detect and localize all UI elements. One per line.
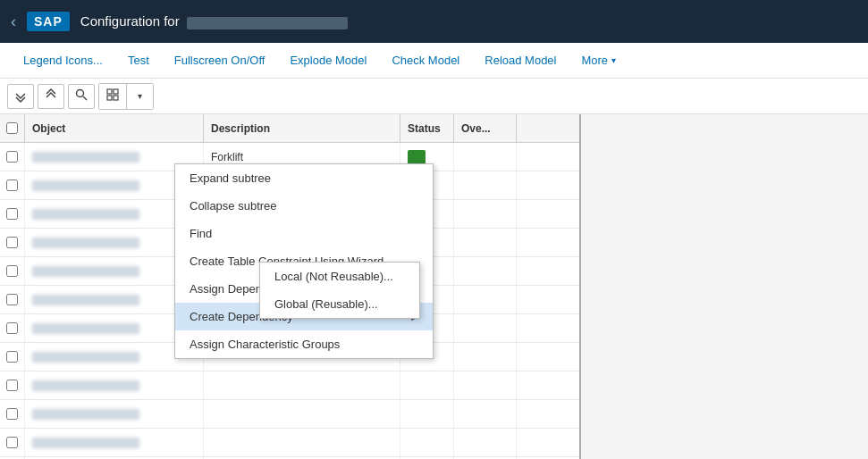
td-over (454, 171, 517, 199)
submenu-local[interactable]: Local (Not Reusable)... (260, 263, 419, 290)
chevron-down-icon: ▾ (138, 91, 142, 101)
sap-logo: SAP (27, 12, 70, 31)
nav-explode-model[interactable]: Explode Model (277, 43, 379, 79)
table-row (0, 371, 579, 400)
header-title-value (187, 17, 348, 29)
td-status (400, 400, 454, 428)
right-panel (581, 114, 868, 459)
td-checkbox (0, 143, 25, 171)
row-checkbox[interactable] (6, 179, 18, 191)
submenu-global[interactable]: Global (Reusable)... (260, 290, 419, 318)
td-over (454, 343, 517, 371)
icon-toolbar: ▾ (0, 79, 868, 114)
header: ‹ SAP Configuration for (0, 0, 868, 43)
svg-rect-4 (107, 96, 112, 100)
td-over (454, 286, 517, 313)
td-object (25, 400, 204, 428)
td-object (25, 429, 204, 456)
td-status (400, 371, 454, 399)
row-checkbox[interactable] (6, 151, 18, 163)
table-header: Object Description Status Ove... (0, 114, 579, 143)
svg-rect-5 (114, 96, 118, 100)
row-checkbox[interactable] (6, 208, 18, 220)
table-row (0, 429, 579, 457)
row-checkbox[interactable] (6, 351, 18, 363)
nav-check-model[interactable]: Check Model (379, 43, 472, 79)
select-all-checkbox[interactable] (6, 122, 18, 134)
row-checkbox[interactable] (6, 294, 18, 305)
collapse-all-icon (44, 88, 58, 104)
menu-assign-characteristic-groups[interactable]: Assign Characteristic Groups (175, 330, 433, 358)
expand-all-icon (13, 89, 28, 104)
grid-dropdown-button[interactable]: ▾ (126, 84, 153, 109)
td-description (204, 371, 400, 399)
find-button[interactable] (68, 84, 95, 109)
th-status: Status (400, 114, 454, 142)
find-icon (74, 88, 88, 104)
th-checkbox (0, 114, 25, 142)
th-object: Object (25, 114, 204, 142)
row-checkbox[interactable] (6, 322, 18, 334)
svg-line-1 (83, 96, 87, 100)
menu-find[interactable]: Find (175, 220, 433, 247)
header-title: Configuration for (80, 13, 348, 29)
row-checkbox[interactable] (6, 408, 18, 420)
nav-test[interactable]: Test (115, 43, 162, 79)
nav-legend-icons[interactable]: Legend Icons... (11, 43, 115, 79)
main-content: Object Description Status Ove... Forklif… (0, 114, 868, 459)
expand-all-button[interactable] (7, 84, 34, 109)
td-over (454, 257, 517, 285)
td-description (204, 400, 400, 428)
th-over: Ove... (454, 114, 517, 142)
nav-fullscreen[interactable]: Fullscreen On/Off (162, 43, 278, 79)
submenu: Local (Not Reusable)... Global (Reusable… (259, 262, 420, 319)
td-over (454, 400, 517, 428)
row-checkbox[interactable] (6, 237, 18, 248)
svg-point-0 (77, 90, 84, 97)
status-indicator (408, 150, 426, 164)
td-over (454, 143, 517, 171)
table-area: Object Description Status Ove... Forklif… (0, 114, 581, 459)
grid-icon (105, 88, 120, 104)
td-description (204, 429, 400, 456)
nav-more[interactable]: More ▾ (569, 43, 628, 79)
td-over (454, 371, 517, 399)
td-status (400, 429, 454, 456)
row-checkbox[interactable] (6, 265, 18, 277)
th-description: Description (204, 114, 400, 142)
td-over (454, 229, 517, 256)
td-object (25, 371, 204, 399)
grid-button-group: ▾ (98, 83, 154, 110)
table-row (0, 400, 579, 429)
row-checkbox[interactable] (6, 437, 18, 448)
row-checkbox[interactable] (6, 380, 18, 391)
menu-collapse-subtree[interactable]: Collapse subtree (175, 192, 433, 220)
back-button[interactable]: ‹ (11, 13, 16, 31)
svg-rect-3 (114, 89, 118, 94)
grid-button[interactable] (99, 84, 126, 109)
td-over (454, 429, 517, 456)
nav-reload-model[interactable]: Reload Model (472, 43, 569, 79)
menu-expand-subtree[interactable]: Expand subtree (175, 164, 433, 192)
td-over (454, 200, 517, 228)
more-chevron-icon: ▾ (611, 55, 616, 65)
svg-rect-2 (107, 89, 112, 94)
td-over (454, 314, 517, 342)
collapse-all-button[interactable] (38, 84, 64, 109)
nav-bar: Legend Icons... Test Fullscreen On/Off E… (0, 43, 868, 79)
